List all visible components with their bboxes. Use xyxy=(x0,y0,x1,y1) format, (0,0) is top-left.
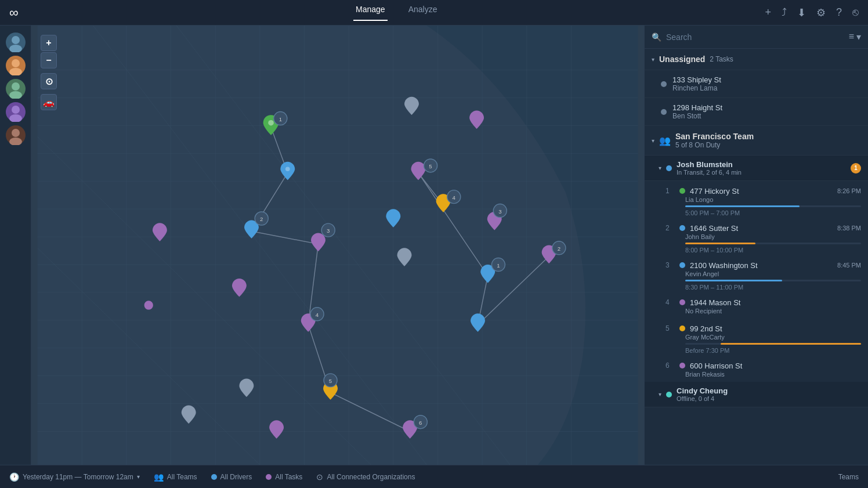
svg-text:2: 2 xyxy=(558,245,560,252)
task-number: 4 xyxy=(666,298,675,306)
task-person: Rinchen Lama xyxy=(672,84,861,92)
svg-point-1 xyxy=(9,45,22,52)
all-tasks-item[interactable]: All Tasks xyxy=(266,473,302,481)
search-bar: 🔍 ≡ ▾ xyxy=(645,26,868,49)
svg-point-9 xyxy=(9,138,22,145)
list-item[interactable]: 133 Shipley St Rinchen Lama xyxy=(645,70,868,98)
map-area[interactable]: 1 2 3 4 5 6 5 4 3 2 xyxy=(31,26,644,465)
task-dot-purple xyxy=(679,363,685,368)
sidebar-avatar-3[interactable] xyxy=(6,79,26,99)
task-person: Ben Stott xyxy=(672,112,861,120)
task-row[interactable]: 4 1944 Mason St No Recipient xyxy=(645,292,868,319)
settings-icon[interactable]: ⚙ xyxy=(816,6,826,19)
task-address: 600 Harrison St xyxy=(690,362,742,370)
driver-status-dot-cyan xyxy=(666,392,672,397)
svg-text:1: 1 xyxy=(279,116,282,122)
task-row[interactable]: 3 2100 Washington St 8:45 PM Kevin Angel… xyxy=(645,255,868,292)
all-orgs-item[interactable]: ⊙ All Connected Organizations xyxy=(316,472,415,482)
driver-status: In Transit, 2 of 6, 4 min xyxy=(677,169,846,176)
app-logo[interactable]: ∞ xyxy=(9,7,28,19)
task-row[interactable]: 2 1646 Sutter St 8:38 PM John Baily 8:00… xyxy=(645,218,868,255)
map-background: 1 2 3 4 5 6 5 4 3 2 xyxy=(31,26,644,465)
help-icon[interactable]: ? xyxy=(836,6,842,19)
add-icon[interactable]: + xyxy=(765,6,771,19)
task-number: 6 xyxy=(666,362,675,370)
sidebar-avatar-2[interactable] xyxy=(6,56,26,75)
driver-status-dot xyxy=(666,165,672,171)
teams-tab[interactable]: Teams xyxy=(838,473,859,481)
import-icon[interactable]: ⤴ xyxy=(782,6,787,19)
unassigned-section-header[interactable]: ▾ Unassigned 2 Tasks xyxy=(645,49,868,70)
team-chevron[interactable]: ▾ xyxy=(652,138,654,144)
svg-text:4: 4 xyxy=(316,312,319,318)
teams-tab-label: Teams xyxy=(838,473,859,481)
task-row[interactable]: 6 600 Harrison St Brian Rekasis xyxy=(645,356,868,382)
tab-analyze[interactable]: Analyze xyxy=(406,5,440,21)
task-person: No Recipient xyxy=(666,308,861,315)
unassigned-count: 2 Tasks xyxy=(710,55,733,63)
team-status: 5 of 8 On Duty xyxy=(675,141,861,149)
time-chevron[interactable]: ▾ xyxy=(137,473,140,480)
svg-point-41 xyxy=(268,120,274,126)
list-item[interactable]: 1298 Haight St Ben Stott xyxy=(645,98,868,126)
driver-chevron[interactable]: ▾ xyxy=(659,165,661,171)
svg-point-3 xyxy=(9,68,22,75)
svg-text:1: 1 xyxy=(497,262,500,269)
task-progress-bar xyxy=(685,280,782,281)
task-status-dot xyxy=(661,109,667,115)
team-icon: 👥 xyxy=(659,135,671,146)
svg-point-8 xyxy=(12,129,20,137)
driver-view-button[interactable]: 🚗 xyxy=(41,94,57,110)
unassigned-chevron[interactable]: ▾ xyxy=(652,56,654,63)
all-teams-item[interactable]: 👥 All Teams xyxy=(154,472,197,482)
search-input[interactable] xyxy=(666,32,844,42)
driver-name: Josh Blumstein xyxy=(677,160,846,169)
task-person: John Baily xyxy=(666,233,861,240)
orgs-icon: ⊙ xyxy=(316,472,323,482)
bottom-bar: 🕐 Yesterday 11pm — Tomorrow 12am ▾ 👥 All… xyxy=(0,465,868,488)
center-map-button[interactable]: ⊙ xyxy=(41,73,57,89)
nav-left: ∞ xyxy=(9,7,28,19)
top-nav: ∞ Manage Analyze + ⤴ ⬇ ⚙ ? ⎋ xyxy=(0,0,868,26)
driver-info: Cindy Cheung Offline, 0 of 4 xyxy=(677,386,861,402)
task-content: 1944 Mason St xyxy=(690,297,861,308)
task-content: 99 2nd St xyxy=(690,323,861,334)
svg-point-4 xyxy=(12,82,20,91)
task-row[interactable]: 5 99 2nd St Gray McCarty Before 7:30 PM xyxy=(645,319,868,356)
svg-point-42 xyxy=(285,167,290,171)
view-toggle[interactable]: ≡ ▾ xyxy=(849,31,861,42)
driver-chevron[interactable]: ▾ xyxy=(659,391,661,397)
task-address: 99 2nd St xyxy=(690,324,722,333)
svg-text:5: 5 xyxy=(329,378,332,384)
svg-text:4: 4 xyxy=(453,194,456,201)
task-number: 3 xyxy=(666,261,675,269)
driver-header[interactable]: ▾ Josh Blumstein In Transit, 2 of 6, 4 m… xyxy=(645,156,868,181)
all-tasks-label: All Tasks xyxy=(275,473,302,481)
task-person: Gray McCarty xyxy=(666,334,861,341)
list-view-icon[interactable]: ≡ xyxy=(849,31,854,42)
task-address: 1646 Sutter St xyxy=(690,224,738,233)
zoom-in-button[interactable]: + xyxy=(41,35,57,51)
task-time: 8:38 PM xyxy=(837,225,861,232)
driver-status: Offline, 0 of 4 xyxy=(677,395,861,402)
all-drivers-item[interactable]: All Drivers xyxy=(211,473,252,481)
task-dot-yellow xyxy=(679,326,685,331)
sidebar-avatar-4[interactable] xyxy=(6,102,26,122)
task-row[interactable]: 1 477 Hickory St 8:26 PM Lia Longo 5:00 … xyxy=(645,181,868,218)
tasks-dot xyxy=(266,474,272,480)
task-dot-purple xyxy=(679,299,685,305)
task-content: 477 Hickory St xyxy=(690,186,833,196)
zoom-out-button[interactable]: − xyxy=(41,52,57,68)
task-content: 1646 Sutter St xyxy=(690,223,833,233)
sidebar-avatar-1[interactable] xyxy=(6,32,26,52)
unassigned-title: Unassigned xyxy=(659,55,705,64)
time-range-item[interactable]: 🕐 Yesterday 11pm — Tomorrow 12am ▾ xyxy=(9,472,140,482)
logout-icon[interactable]: ⎋ xyxy=(852,6,859,19)
chevron-down-icon[interactable]: ▾ xyxy=(856,31,861,42)
tab-manage[interactable]: Manage xyxy=(353,5,388,21)
sidebar-avatar-5[interactable] xyxy=(6,125,26,145)
download-icon[interactable]: ⬇ xyxy=(797,6,806,19)
driver-header-cindy[interactable]: ▾ Cindy Cheung Offline, 0 of 4 xyxy=(645,382,868,407)
task-list: ▾ Unassigned 2 Tasks 133 Shipley St Rinc… xyxy=(645,49,868,465)
team-section-header[interactable]: ▾ 👥 San Francisco Team 5 of 8 On Duty xyxy=(645,126,868,156)
